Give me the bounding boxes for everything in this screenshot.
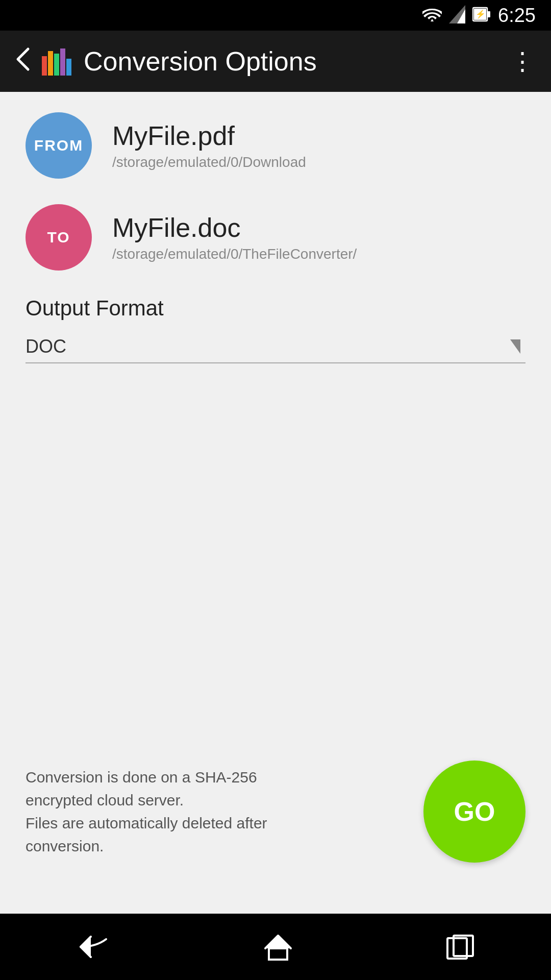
go-button-label: GO xyxy=(454,796,495,827)
nav-bar xyxy=(0,914,551,980)
to-badge: TO xyxy=(26,204,92,271)
app-logo-icon xyxy=(41,46,71,77)
signal-icon xyxy=(449,5,465,26)
from-file-row: FROM MyFile.pdf /storage/emulated/0/Down… xyxy=(26,112,525,179)
to-file-row: TO MyFile.doc /storage/emulated/0/TheFil… xyxy=(26,204,525,271)
bottom-section: Conversion is done on a SHA-256 encrypte… xyxy=(26,761,525,893)
svg-rect-6 xyxy=(42,56,47,76)
svg-rect-3 xyxy=(487,11,490,17)
app-title: Conversion Options xyxy=(84,46,510,77)
battery-icon: ⚡ xyxy=(472,5,491,26)
dropdown-arrow-icon xyxy=(510,339,520,354)
output-format-label: Output Format xyxy=(26,296,525,321)
go-button[interactable]: GO xyxy=(423,761,525,863)
app-bar: Conversion Options ⋮ xyxy=(0,31,551,92)
svg-rect-8 xyxy=(54,54,59,76)
from-badge: FROM xyxy=(26,112,92,179)
overflow-menu-button[interactable]: ⋮ xyxy=(510,47,536,76)
content-spacer xyxy=(26,363,525,761)
from-file-path: /storage/emulated/0/Download xyxy=(112,154,306,170)
svg-text:⚡: ⚡ xyxy=(475,9,486,19)
back-button[interactable] xyxy=(15,46,31,77)
nav-back-button[interactable] xyxy=(76,934,111,960)
svg-rect-7 xyxy=(48,51,53,76)
format-value: DOC xyxy=(26,336,510,357)
main-content: FROM MyFile.pdf /storage/emulated/0/Down… xyxy=(0,92,551,914)
to-file-name: MyFile.doc xyxy=(112,212,357,243)
disclaimer-text: Conversion is done on a SHA-256 encrypte… xyxy=(26,766,321,857)
wifi-icon xyxy=(422,7,442,24)
svg-rect-10 xyxy=(66,59,71,76)
status-time: 6:25 xyxy=(498,5,536,27)
nav-recents-button[interactable] xyxy=(445,933,475,961)
from-badge-label: FROM xyxy=(34,137,83,154)
status-icons: ⚡ 6:25 xyxy=(422,5,536,27)
output-format-section: Output Format DOC xyxy=(26,296,525,363)
to-file-info: MyFile.doc /storage/emulated/0/TheFileCo… xyxy=(112,212,357,262)
status-bar: ⚡ 6:25 xyxy=(0,0,551,31)
svg-rect-9 xyxy=(60,48,65,76)
to-file-path: /storage/emulated/0/TheFileConverter/ xyxy=(112,246,357,262)
from-file-name: MyFile.pdf xyxy=(112,120,306,151)
to-badge-label: TO xyxy=(47,229,70,246)
from-file-info: MyFile.pdf /storage/emulated/0/Download xyxy=(112,120,306,170)
format-selector[interactable]: DOC xyxy=(26,331,525,363)
nav-home-button[interactable] xyxy=(263,933,293,961)
svg-rect-11 xyxy=(269,948,287,960)
